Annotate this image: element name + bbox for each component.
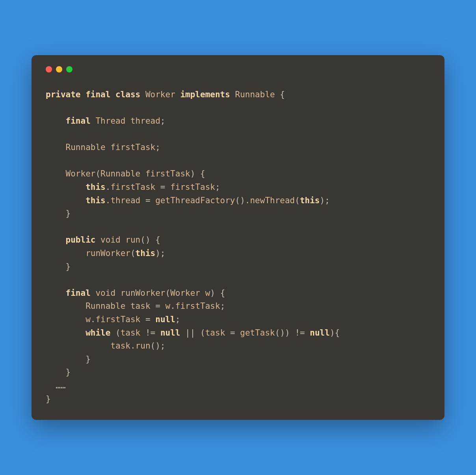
code-token-punct: ;: [220, 301, 225, 311]
code-token-kw: null: [155, 315, 175, 324]
code-token-type: Runnable: [86, 301, 125, 311]
code-token-kw: public: [66, 235, 96, 245]
code-token-punct: !=: [145, 328, 155, 338]
code-token-kw: private: [46, 90, 81, 99]
code-token-punct: }: [66, 262, 71, 271]
code-token-punct: !=: [295, 328, 305, 338]
code-token-ident: thread: [110, 196, 140, 205]
code-token-punct: }: [46, 394, 51, 404]
code-token-punct: }: [66, 367, 71, 377]
code-token-ident: firstTask: [110, 143, 155, 152]
code-token-ident: firstTask: [95, 315, 140, 324]
code-token-kw: final: [86, 90, 110, 99]
code-token-punct: (: [295, 196, 300, 205]
code-token-kw: this: [86, 196, 106, 205]
code-token-punct: =: [145, 315, 151, 324]
code-token-kw: class: [115, 90, 140, 99]
code-token-punct: =: [160, 182, 165, 192]
code-token-punct: );: [155, 249, 165, 258]
code-token-ident: w: [205, 288, 210, 298]
code-token-ident: task: [205, 328, 225, 338]
code-token-punct: (): [140, 235, 150, 245]
code-token-method: getTask: [240, 328, 275, 338]
code-token-punct: (: [165, 288, 170, 298]
code-token-type: Worker: [145, 90, 175, 99]
code-token-punct: .: [106, 182, 111, 192]
code-token-punct: ().: [235, 196, 250, 205]
code-token-punct: ……: [56, 381, 65, 390]
code-token-punct: (: [130, 249, 136, 258]
code-token-ident: firstTask: [145, 169, 190, 178]
code-token-kw: null: [310, 328, 330, 338]
code-token-method: getThreadFactory: [155, 196, 235, 205]
code-content: private final class Worker implements Ru…: [46, 88, 430, 406]
code-token-ident: firstTask: [110, 182, 155, 192]
code-token-punct: {: [280, 90, 285, 99]
code-token-punct: =: [155, 301, 160, 311]
code-token-punct: ;: [160, 116, 165, 126]
code-token-type: Runnable: [100, 169, 140, 178]
code-token-method: runWorker: [86, 249, 130, 258]
code-token-ident: task: [121, 328, 141, 338]
code-token-kw: implements: [180, 90, 230, 99]
code-token-punct: ){: [330, 328, 340, 338]
code-token-type: Worker: [66, 169, 96, 178]
code-token-punct: ;: [215, 182, 220, 192]
code-token-punct: }: [86, 354, 91, 364]
code-token-punct: {: [155, 235, 160, 245]
code-token-kw: while: [86, 328, 110, 338]
code-token-punct: (: [200, 328, 205, 338]
code-token-type: void: [95, 288, 115, 298]
code-token-method: runWorker: [121, 288, 165, 298]
code-token-kw: null: [160, 328, 180, 338]
code-token-punct: ||: [185, 328, 195, 338]
code-token-punct: .: [170, 301, 175, 311]
code-token-punct: (: [95, 169, 100, 178]
code-token-type: Runnable: [66, 143, 106, 152]
code-token-punct: =: [145, 196, 151, 205]
code-token-punct: }: [66, 209, 71, 218]
window-titlebar: [46, 66, 430, 72]
maximize-icon[interactable]: [66, 66, 73, 72]
code-token-ident: thread: [130, 116, 160, 126]
code-token-punct: {: [220, 288, 225, 298]
code-token-punct: );: [320, 196, 329, 205]
code-token-punct: ()): [275, 328, 290, 338]
code-token-kw: this: [136, 249, 156, 258]
code-token-kw: this: [300, 196, 320, 205]
code-token-kw: this: [86, 182, 106, 192]
code-window: private final class Worker implements Ru…: [32, 55, 444, 420]
code-token-method: newThread: [250, 196, 295, 205]
code-token-punct: .: [106, 196, 111, 205]
code-token-ident: task: [130, 301, 151, 311]
code-token-punct: .: [91, 315, 96, 324]
code-token-punct: (: [115, 328, 121, 338]
code-token-ident: w: [86, 315, 91, 324]
code-token-punct: ();: [151, 341, 165, 351]
code-token-type: Thread: [95, 116, 125, 126]
code-token-punct: ): [190, 169, 195, 178]
code-token-ident: firstTask: [175, 301, 220, 311]
code-token-punct: ;: [155, 143, 160, 152]
code-token-ident: firstTask: [170, 182, 215, 192]
close-icon[interactable]: [46, 66, 52, 72]
code-token-punct: ): [210, 288, 215, 298]
code-token-method: run: [136, 341, 151, 351]
code-token-type: void: [100, 235, 121, 245]
code-token-method: run: [125, 235, 140, 245]
code-token-kw: final: [66, 116, 91, 126]
code-token-punct: {: [200, 169, 205, 178]
code-token-kw: final: [66, 288, 91, 298]
code-token-ident: w: [165, 301, 171, 311]
minimize-icon[interactable]: [56, 66, 62, 72]
code-token-ident: task: [110, 341, 130, 351]
code-token-type: Runnable: [235, 90, 275, 99]
code-token-punct: .: [130, 341, 136, 351]
code-token-type: Worker: [170, 288, 200, 298]
code-token-punct: ;: [175, 315, 180, 324]
code-token-punct: =: [230, 328, 235, 338]
